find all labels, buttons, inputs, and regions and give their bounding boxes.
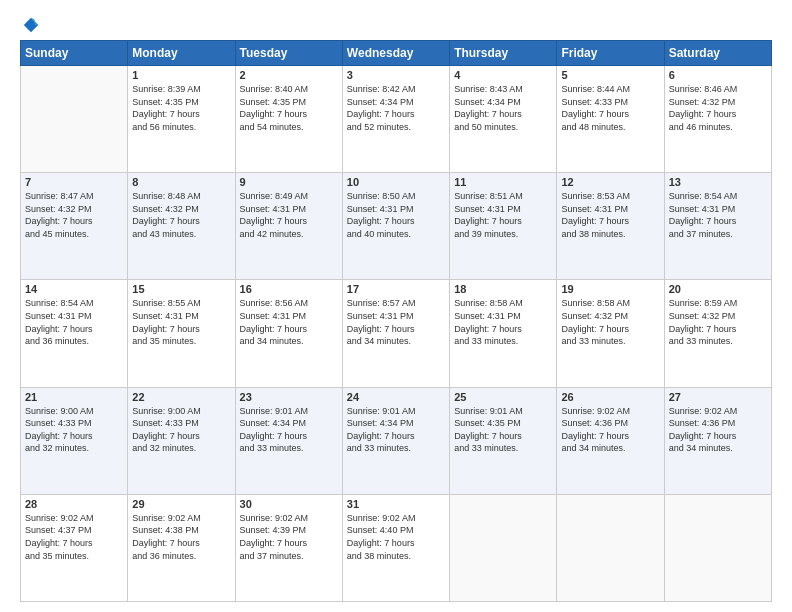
day-info: Sunrise: 8:43 AMSunset: 4:34 PMDaylight:…	[454, 83, 552, 133]
calendar-cell: 31Sunrise: 9:02 AMSunset: 4:40 PMDayligh…	[342, 494, 449, 601]
day-number: 26	[561, 391, 659, 403]
calendar-cell: 30Sunrise: 9:02 AMSunset: 4:39 PMDayligh…	[235, 494, 342, 601]
day-info: Sunrise: 8:40 AMSunset: 4:35 PMDaylight:…	[240, 83, 338, 133]
calendar-cell: 17Sunrise: 8:57 AMSunset: 4:31 PMDayligh…	[342, 280, 449, 387]
day-info: Sunrise: 9:00 AMSunset: 4:33 PMDaylight:…	[25, 405, 123, 455]
day-info: Sunrise: 8:49 AMSunset: 4:31 PMDaylight:…	[240, 190, 338, 240]
day-info: Sunrise: 8:48 AMSunset: 4:32 PMDaylight:…	[132, 190, 230, 240]
calendar-cell: 29Sunrise: 9:02 AMSunset: 4:38 PMDayligh…	[128, 494, 235, 601]
calendar-header-row: SundayMondayTuesdayWednesdayThursdayFrid…	[21, 41, 772, 66]
logo-icon	[22, 16, 40, 34]
calendar-cell: 7Sunrise: 8:47 AMSunset: 4:32 PMDaylight…	[21, 173, 128, 280]
day-number: 11	[454, 176, 552, 188]
calendar-cell: 4Sunrise: 8:43 AMSunset: 4:34 PMDaylight…	[450, 66, 557, 173]
day-info: Sunrise: 8:53 AMSunset: 4:31 PMDaylight:…	[561, 190, 659, 240]
day-info: Sunrise: 8:56 AMSunset: 4:31 PMDaylight:…	[240, 297, 338, 347]
calendar-cell: 10Sunrise: 8:50 AMSunset: 4:31 PMDayligh…	[342, 173, 449, 280]
day-number: 29	[132, 498, 230, 510]
calendar-cell: 5Sunrise: 8:44 AMSunset: 4:33 PMDaylight…	[557, 66, 664, 173]
calendar-cell: 24Sunrise: 9:01 AMSunset: 4:34 PMDayligh…	[342, 387, 449, 494]
calendar-cell	[21, 66, 128, 173]
calendar-cell: 26Sunrise: 9:02 AMSunset: 4:36 PMDayligh…	[557, 387, 664, 494]
calendar-cell: 23Sunrise: 9:01 AMSunset: 4:34 PMDayligh…	[235, 387, 342, 494]
day-number: 27	[669, 391, 767, 403]
day-number: 9	[240, 176, 338, 188]
calendar-cell: 8Sunrise: 8:48 AMSunset: 4:32 PMDaylight…	[128, 173, 235, 280]
day-info: Sunrise: 9:01 AMSunset: 4:35 PMDaylight:…	[454, 405, 552, 455]
day-number: 5	[561, 69, 659, 81]
calendar-cell	[450, 494, 557, 601]
day-number: 1	[132, 69, 230, 81]
calendar-cell	[664, 494, 771, 601]
col-header-tuesday: Tuesday	[235, 41, 342, 66]
day-number: 22	[132, 391, 230, 403]
day-info: Sunrise: 8:58 AMSunset: 4:32 PMDaylight:…	[561, 297, 659, 347]
day-info: Sunrise: 9:02 AMSunset: 4:37 PMDaylight:…	[25, 512, 123, 562]
calendar-cell: 13Sunrise: 8:54 AMSunset: 4:31 PMDayligh…	[664, 173, 771, 280]
day-number: 6	[669, 69, 767, 81]
day-number: 14	[25, 283, 123, 295]
day-info: Sunrise: 8:51 AMSunset: 4:31 PMDaylight:…	[454, 190, 552, 240]
calendar-cell: 25Sunrise: 9:01 AMSunset: 4:35 PMDayligh…	[450, 387, 557, 494]
day-info: Sunrise: 9:01 AMSunset: 4:34 PMDaylight:…	[347, 405, 445, 455]
calendar-cell: 28Sunrise: 9:02 AMSunset: 4:37 PMDayligh…	[21, 494, 128, 601]
day-number: 19	[561, 283, 659, 295]
day-info: Sunrise: 9:02 AMSunset: 4:36 PMDaylight:…	[561, 405, 659, 455]
calendar-cell: 3Sunrise: 8:42 AMSunset: 4:34 PMDaylight…	[342, 66, 449, 173]
day-number: 24	[347, 391, 445, 403]
calendar-cell: 12Sunrise: 8:53 AMSunset: 4:31 PMDayligh…	[557, 173, 664, 280]
day-info: Sunrise: 9:00 AMSunset: 4:33 PMDaylight:…	[132, 405, 230, 455]
day-number: 4	[454, 69, 552, 81]
col-header-monday: Monday	[128, 41, 235, 66]
col-header-sunday: Sunday	[21, 41, 128, 66]
day-info: Sunrise: 8:39 AMSunset: 4:35 PMDaylight:…	[132, 83, 230, 133]
calendar-cell: 18Sunrise: 8:58 AMSunset: 4:31 PMDayligh…	[450, 280, 557, 387]
day-info: Sunrise: 8:47 AMSunset: 4:32 PMDaylight:…	[25, 190, 123, 240]
calendar-cell: 14Sunrise: 8:54 AMSunset: 4:31 PMDayligh…	[21, 280, 128, 387]
day-number: 8	[132, 176, 230, 188]
day-number: 30	[240, 498, 338, 510]
logo	[20, 16, 40, 32]
calendar-cell: 27Sunrise: 9:02 AMSunset: 4:36 PMDayligh…	[664, 387, 771, 494]
day-number: 25	[454, 391, 552, 403]
calendar-cell	[557, 494, 664, 601]
calendar-cell: 6Sunrise: 8:46 AMSunset: 4:32 PMDaylight…	[664, 66, 771, 173]
day-info: Sunrise: 9:02 AMSunset: 4:39 PMDaylight:…	[240, 512, 338, 562]
day-number: 13	[669, 176, 767, 188]
day-number: 28	[25, 498, 123, 510]
day-number: 20	[669, 283, 767, 295]
col-header-wednesday: Wednesday	[342, 41, 449, 66]
col-header-friday: Friday	[557, 41, 664, 66]
calendar-cell: 16Sunrise: 8:56 AMSunset: 4:31 PMDayligh…	[235, 280, 342, 387]
day-number: 15	[132, 283, 230, 295]
day-number: 16	[240, 283, 338, 295]
day-info: Sunrise: 8:54 AMSunset: 4:31 PMDaylight:…	[25, 297, 123, 347]
day-info: Sunrise: 8:44 AMSunset: 4:33 PMDaylight:…	[561, 83, 659, 133]
col-header-thursday: Thursday	[450, 41, 557, 66]
day-info: Sunrise: 9:02 AMSunset: 4:36 PMDaylight:…	[669, 405, 767, 455]
day-info: Sunrise: 8:59 AMSunset: 4:32 PMDaylight:…	[669, 297, 767, 347]
day-number: 31	[347, 498, 445, 510]
day-number: 10	[347, 176, 445, 188]
day-info: Sunrise: 8:57 AMSunset: 4:31 PMDaylight:…	[347, 297, 445, 347]
page: SundayMondayTuesdayWednesdayThursdayFrid…	[0, 0, 792, 612]
calendar-cell: 15Sunrise: 8:55 AMSunset: 4:31 PMDayligh…	[128, 280, 235, 387]
calendar-cell: 22Sunrise: 9:00 AMSunset: 4:33 PMDayligh…	[128, 387, 235, 494]
col-header-saturday: Saturday	[664, 41, 771, 66]
day-info: Sunrise: 9:01 AMSunset: 4:34 PMDaylight:…	[240, 405, 338, 455]
calendar-cell: 21Sunrise: 9:00 AMSunset: 4:33 PMDayligh…	[21, 387, 128, 494]
day-number: 3	[347, 69, 445, 81]
calendar-week-row: 7Sunrise: 8:47 AMSunset: 4:32 PMDaylight…	[21, 173, 772, 280]
calendar-cell: 20Sunrise: 8:59 AMSunset: 4:32 PMDayligh…	[664, 280, 771, 387]
day-info: Sunrise: 8:42 AMSunset: 4:34 PMDaylight:…	[347, 83, 445, 133]
day-number: 23	[240, 391, 338, 403]
day-number: 2	[240, 69, 338, 81]
calendar-cell: 11Sunrise: 8:51 AMSunset: 4:31 PMDayligh…	[450, 173, 557, 280]
calendar-table: SundayMondayTuesdayWednesdayThursdayFrid…	[20, 40, 772, 602]
day-info: Sunrise: 9:02 AMSunset: 4:40 PMDaylight:…	[347, 512, 445, 562]
calendar-week-row: 14Sunrise: 8:54 AMSunset: 4:31 PMDayligh…	[21, 280, 772, 387]
day-number: 12	[561, 176, 659, 188]
day-info: Sunrise: 8:55 AMSunset: 4:31 PMDaylight:…	[132, 297, 230, 347]
day-info: Sunrise: 8:58 AMSunset: 4:31 PMDaylight:…	[454, 297, 552, 347]
day-info: Sunrise: 8:46 AMSunset: 4:32 PMDaylight:…	[669, 83, 767, 133]
